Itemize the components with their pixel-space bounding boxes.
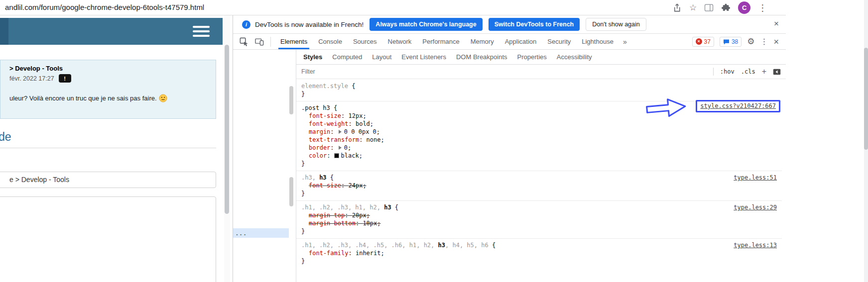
source-link[interactable]: type.less:51 <box>734 174 777 181</box>
settings-gear-icon[interactable]: ⚙ <box>747 37 754 46</box>
devtools-close-icon[interactable]: × <box>773 37 779 46</box>
selector-part[interactable]: .h1, .h2, .h3, .h4, .h5, .h6, h1, h2, <box>301 242 438 249</box>
css-property[interactable]: color: black; <box>296 152 782 160</box>
tab-elements[interactable]: Elements <box>275 34 313 49</box>
scrollbar-thumb[interactable] <box>864 48 868 150</box>
property-name: border <box>309 144 330 151</box>
tab-console[interactable]: Console <box>313 34 348 49</box>
inspect-element-icon[interactable] <box>239 37 248 46</box>
toggle-class-button[interactable]: .cls <box>741 68 755 75</box>
scrollbar-thumb[interactable] <box>225 45 229 214</box>
css-property[interactable]: margin: 0 0 0px 0; <box>296 128 782 136</box>
more-tabs-icon[interactable]: » <box>619 38 631 46</box>
subtab-event-listeners[interactable]: Event Listeners <box>396 53 451 61</box>
toggle-hover-state-button[interactable]: :hov <box>720 68 735 75</box>
outer-scrollbar[interactable] <box>864 0 868 282</box>
tab-memory[interactable]: Memory <box>465 34 499 49</box>
subtab-layout[interactable]: Layout <box>367 53 396 61</box>
error-count-badge[interactable]: × 37 <box>692 37 714 47</box>
scrollbar-thumb[interactable] <box>289 86 293 114</box>
selector-part[interactable]: .post h3 <box>301 104 330 111</box>
tab-performance[interactable]: Performance <box>417 34 465 49</box>
styles-sidebar-pane: StylesComputedLayoutEvent ListenersDOM B… <box>296 50 786 282</box>
tab-application[interactable]: Application <box>499 34 542 49</box>
switch-to-french-button[interactable]: Switch DevTools to French <box>489 18 580 31</box>
property-name: margin-top <box>309 212 345 219</box>
css-property[interactable]: margin-bottom: 10px; <box>296 219 782 227</box>
device-toolbar-icon[interactable] <box>254 37 264 46</box>
tab-lighthouse[interactable]: Lighthouse <box>576 34 619 49</box>
scrollbar-thumb[interactable] <box>289 177 293 206</box>
infobar-message: DevTools is now available in French! <box>255 21 364 28</box>
match-language-button[interactable]: Always match Chrome's language <box>370 18 482 31</box>
property-text: font-size: 12px; <box>309 112 367 119</box>
source-link[interactable]: type.less:29 <box>734 204 777 211</box>
styles-filter-input[interactable] <box>301 68 510 75</box>
selected-dom-node-row[interactable]: ... <box>233 228 289 238</box>
tab-sources[interactable]: Sources <box>348 34 382 49</box>
profile-avatar[interactable]: C <box>738 1 750 14</box>
subtab-styles[interactable]: Styles <box>298 53 327 61</box>
open-brace: { <box>489 242 496 249</box>
selector-part[interactable]: h3 <box>438 242 445 249</box>
quote-timestamp: févr. 2022 17:27 <box>9 75 54 82</box>
address-bar-url[interactable]: andlil.com/forum/google-chrome-develop-6… <box>5 3 204 11</box>
selector-part[interactable]: h3 <box>319 174 326 181</box>
rule-selector-line: .h1, .h2, .h3, h1, h2, h3 { <box>296 203 782 211</box>
open-brace: { <box>330 104 337 111</box>
tab-security[interactable]: Security <box>542 34 576 49</box>
expand-triangle-icon[interactable] <box>339 130 342 134</box>
css-property[interactable]: font-size: 24px; <box>296 182 782 189</box>
selector-part[interactable]: .h1, .h2, .h3, h1, h2, <box>301 204 384 211</box>
close-brace-line: } <box>296 227 782 235</box>
dom-ellipsis-button[interactable]: ... <box>233 229 247 237</box>
property-text: font-family: inherit; <box>309 250 384 257</box>
property-text: font-size: 24px; <box>309 182 367 189</box>
open-brace: { <box>327 174 334 181</box>
color-swatch-icon[interactable] <box>334 153 339 158</box>
expand-triangle-icon[interactable] <box>339 146 342 150</box>
css-property[interactable]: text-transform: none; <box>296 136 782 144</box>
subtab-dom-breakpoints[interactable]: DOM Breakpoints <box>451 53 512 61</box>
sidebar-position-icon[interactable] <box>773 69 781 75</box>
message-count-badge[interactable]: 38 <box>720 37 742 47</box>
devtools-menu-icon[interactable]: ⋮ <box>760 38 768 46</box>
new-style-rule-icon[interactable]: + <box>762 68 766 76</box>
report-post-button[interactable]: ! <box>59 74 71 83</box>
css-property[interactable]: font-weight: bold; <box>296 120 782 128</box>
page-scrollbar[interactable] <box>224 15 230 282</box>
dont-show-again-button[interactable]: Don't show again <box>586 18 646 31</box>
css-property[interactable]: font-family: inherit; <box>296 249 782 257</box>
browser-menu-icon[interactable]: ⋮ <box>758 3 767 12</box>
tab-network[interactable]: Network <box>382 34 417 49</box>
property-value: 24px <box>348 182 363 189</box>
infobar-close-icon[interactable]: × <box>774 19 779 28</box>
source-link[interactable]: type.less:13 <box>734 242 777 249</box>
sidebar-subtabs: StylesComputedLayoutEvent ListenersDOM B… <box>296 50 786 65</box>
selector-part[interactable]: h3 <box>384 204 391 211</box>
share-icon[interactable] <box>672 3 682 12</box>
style-rule: type.less:29.h1, .h2, .h3, h1, h2, h3 {m… <box>296 200 782 238</box>
extensions-puzzle-icon[interactable] <box>721 3 731 12</box>
selector-part[interactable]: , h4, h5, h6 <box>445 242 489 249</box>
selector-part[interactable]: element.style <box>301 83 348 90</box>
toolbar-separator <box>713 68 714 76</box>
property-name: font-family <box>309 250 348 257</box>
subtab-computed[interactable]: Computed <box>327 53 367 61</box>
css-property[interactable]: border: 0; <box>296 144 782 152</box>
style-rule: type.less:13.h1, .h2, .h3, .h4, .h5, .h6… <box>296 238 782 268</box>
subtab-properties[interactable]: Properties <box>512 53 552 61</box>
hamburger-menu-icon[interactable] <box>193 26 210 37</box>
quote-text: uleur? Voilà encore un truc que je ne sa… <box>9 94 167 102</box>
side-panel-icon[interactable] <box>704 3 714 12</box>
topic-content-box <box>0 196 216 282</box>
bookmark-star-icon[interactable]: ☆ <box>689 3 697 12</box>
selector-part[interactable]: .h3, <box>301 174 319 181</box>
css-property[interactable]: font-size: 12px; <box>296 112 782 120</box>
subtab-accessibility[interactable]: Accessibility <box>552 53 597 61</box>
source-link[interactable]: style.css?v210427:667 <box>700 102 776 109</box>
css-property[interactable]: margin-top: 20px; <box>296 211 782 219</box>
close-brace-line: } <box>296 189 782 197</box>
property-value: bold <box>356 120 370 127</box>
open-brace: { <box>348 83 355 90</box>
